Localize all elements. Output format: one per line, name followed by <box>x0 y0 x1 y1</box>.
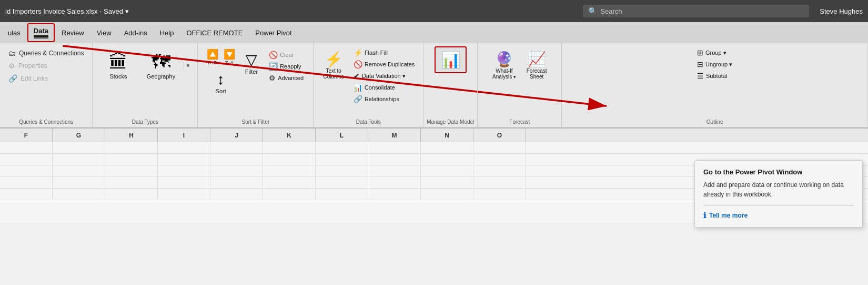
search-box[interactable]: 🔍 Search <box>583 5 809 17</box>
cell-h2[interactable] <box>105 154 158 165</box>
remove-duplicates-btn[interactable]: 🚫 Remove Duplicates <box>350 59 418 70</box>
text-to-columns-label: Text toColumns <box>323 68 344 80</box>
cell-o5[interactable] <box>473 189 526 200</box>
cell-j3[interactable] <box>210 165 263 176</box>
menu-bar: ulas Data Review View Add-ins Help OFFIC… <box>0 22 868 43</box>
cell-f5[interactable] <box>0 189 53 200</box>
manage-data-model-label: Manage Data Model <box>427 119 474 126</box>
cell-o4[interactable] <box>473 177 526 188</box>
cell-k2[interactable] <box>263 154 316 165</box>
col-header-h: H <box>105 129 158 142</box>
data-validation-btn[interactable]: ✔ Data Validation ▾ <box>350 71 418 81</box>
forecast-sheet-icon: 📈 <box>528 51 546 68</box>
cell-g5[interactable] <box>53 189 105 200</box>
menu-item-view[interactable]: View <box>91 26 117 40</box>
cell-l3[interactable] <box>316 165 368 176</box>
outline-group-label: Outline <box>706 119 723 126</box>
cell-l1[interactable] <box>316 142 368 153</box>
menu-item-power-pivot[interactable]: Power Pivot <box>249 26 297 40</box>
ungroup-label: Ungroup ▾ <box>705 61 732 68</box>
menu-item-review[interactable]: Review <box>56 26 90 40</box>
cell-o2[interactable] <box>473 154 526 165</box>
reapply-btn[interactable]: 🔄 Reapply <box>266 61 307 72</box>
cell-f1[interactable] <box>0 142 53 153</box>
cell-m4[interactable] <box>368 177 421 188</box>
stocks-btn[interactable]: 🏛 Stocks <box>98 47 138 83</box>
cell-f4[interactable] <box>0 177 53 188</box>
cell-m5[interactable] <box>368 189 421 200</box>
edit-links-btn[interactable]: 🔗 Edit Links <box>6 73 86 84</box>
advanced-btn[interactable]: ⚙ Advanced <box>266 73 307 83</box>
cell-g3[interactable] <box>53 165 105 176</box>
cell-h5[interactable] <box>105 189 158 200</box>
cell-j2[interactable] <box>210 154 263 165</box>
queries-connections-btn[interactable]: 🗂 Queries & Connections <box>6 47 86 59</box>
cell-h1[interactable] <box>105 142 158 153</box>
menu-item-formulas[interactable]: ulas <box>2 26 26 40</box>
power-pivot-btn[interactable]: 📊 <box>435 46 467 73</box>
cell-n3[interactable] <box>421 165 473 176</box>
cell-n5[interactable] <box>421 189 473 200</box>
cell-j5[interactable] <box>210 189 263 200</box>
tooltip-link[interactable]: ℹ Tell me more <box>703 211 854 220</box>
sort-az-icon: 🔼 <box>207 48 218 60</box>
cell-o1[interactable] <box>473 142 526 153</box>
flash-fill-label: Flash Fill <box>365 50 388 56</box>
cell-g4[interactable] <box>53 177 105 188</box>
cell-k5[interactable] <box>263 189 316 200</box>
cell-o3[interactable] <box>473 165 526 176</box>
cell-m3[interactable] <box>368 165 421 176</box>
table-row[interactable] <box>0 142 868 154</box>
cell-h3[interactable] <box>105 165 158 176</box>
cell-m1[interactable] <box>368 142 421 153</box>
sort-az-btn[interactable]: 🔼 A↑Z <box>205 47 220 66</box>
cell-j4[interactable] <box>210 177 263 188</box>
consolidate-btn[interactable]: 📊 Consolidate <box>350 82 418 93</box>
cell-n2[interactable] <box>421 154 473 165</box>
menu-item-office-remote[interactable]: OFFICE REMOTE <box>180 26 248 40</box>
col-header-o: O <box>473 129 526 142</box>
col-header-i: I <box>158 129 210 142</box>
cell-g2[interactable] <box>53 154 105 165</box>
cell-l2[interactable] <box>316 154 368 165</box>
menu-item-addins[interactable]: Add-ins <box>118 26 153 40</box>
data-types-dropdown[interactable]: ▼ <box>184 62 193 70</box>
cell-l5[interactable] <box>316 189 368 200</box>
group-btn[interactable]: ⊞ Group ▾ <box>694 47 735 58</box>
cell-n4[interactable] <box>421 177 473 188</box>
cell-i1[interactable] <box>158 142 210 153</box>
cell-m2[interactable] <box>368 154 421 165</box>
cell-l4[interactable] <box>316 177 368 188</box>
cell-i3[interactable] <box>158 165 210 176</box>
what-if-analysis-btn[interactable]: 🔮 What-IfAnalysis ▾ <box>488 47 520 83</box>
cell-k4[interactable] <box>263 177 316 188</box>
cell-i2[interactable] <box>158 154 210 165</box>
ungroup-btn[interactable]: ⊟ Ungroup ▾ <box>694 59 735 70</box>
cell-i4[interactable] <box>158 177 210 188</box>
cell-i5[interactable] <box>158 189 210 200</box>
relationships-btn[interactable]: 🔗 Relationships <box>350 94 418 104</box>
geography-btn[interactable]: 🗺 Geography <box>140 47 181 83</box>
forecast-sheet-btn[interactable]: 📈 ForecastSheet <box>522 47 551 83</box>
cell-k3[interactable] <box>263 165 316 176</box>
sort-za-btn[interactable]: 🔽 Z↓A <box>221 47 237 66</box>
advanced-label: Advanced <box>278 75 304 81</box>
clear-filter-btn[interactable]: 🚫 Clear <box>266 50 307 60</box>
filter-btn[interactable]: ▽ Filter <box>239 47 264 78</box>
menu-item-data[interactable]: Data <box>27 23 55 42</box>
cell-n1[interactable] <box>421 142 473 153</box>
menu-item-help[interactable]: Help <box>154 26 180 40</box>
cell-j1[interactable] <box>210 142 263 153</box>
sort-btn[interactable]: ↕ Sort <box>210 67 232 98</box>
cell-k1[interactable] <box>263 142 316 153</box>
forecast-group-label: Forecast <box>509 119 530 126</box>
cell-g1[interactable] <box>53 142 105 153</box>
col-header-m: M <box>368 129 421 142</box>
cell-f3[interactable] <box>0 165 53 176</box>
text-to-columns-btn[interactable]: ⚡ Text toColumns <box>319 47 348 83</box>
cell-h4[interactable] <box>105 177 158 188</box>
properties-btn[interactable]: ⚙ Properties <box>6 60 86 72</box>
cell-f2[interactable] <box>0 154 53 165</box>
flash-fill-btn[interactable]: ⚡ Flash Fill <box>350 47 418 58</box>
subtotal-btn[interactable]: ☰ Subtotal <box>694 71 735 81</box>
